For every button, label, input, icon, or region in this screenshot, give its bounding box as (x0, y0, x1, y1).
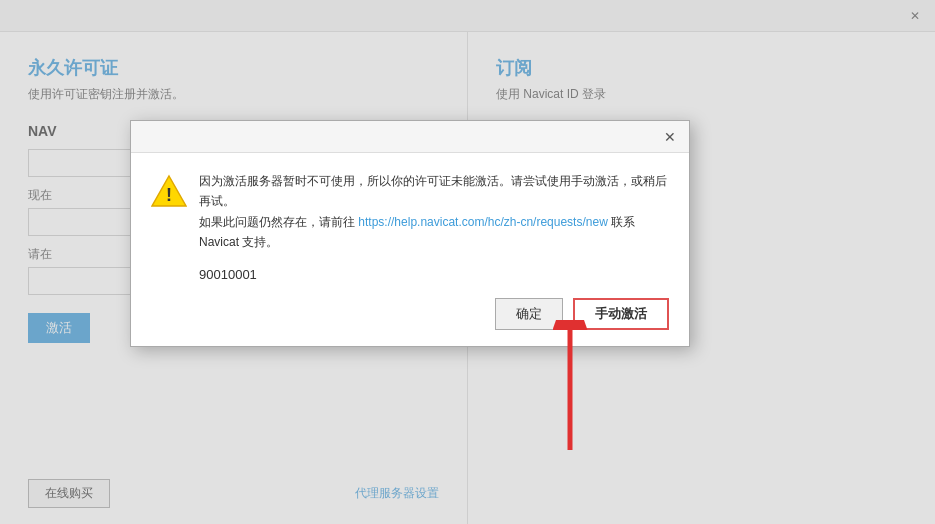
dialog-message-row: ! 因为激活服务器暂时不可使用，所以你的许可证未能激活。请尝试使用手动激活，或稍… (151, 171, 669, 253)
svg-text:!: ! (166, 185, 172, 205)
dialog-title-bar: ✕ (131, 121, 689, 153)
error-code: 90010001 (199, 267, 669, 282)
main-window: ✕ 永久许可证 使用许可证密钥注册并激活。 NAV 现在 请在 激活 在线购买 … (0, 0, 935, 524)
manual-activate-button[interactable]: 手动激活 (573, 298, 669, 330)
dialog-message-text: 因为激活服务器暂时不可使用，所以你的许可证未能激活。请尝试使用手动激活，或稍后再… (199, 171, 669, 253)
dialog-body: ! 因为激活服务器暂时不可使用，所以你的许可证未能激活。请尝试使用手动激活，或稍… (131, 153, 689, 346)
dialog-line1: 因为激活服务器暂时不可使用，所以你的许可证未能激活。请尝试使用手动激活，或稍后再… (199, 171, 669, 212)
dialog-line2: 如果此问题仍然存在，请前往 https://help.navicat.com/h… (199, 212, 669, 253)
navicat-support-link[interactable]: https://help.navicat.com/hc/zh-cn/reques… (358, 215, 607, 229)
confirm-button[interactable]: 确定 (495, 298, 563, 330)
dialog-line2-prefix: 如果此问题仍然存在，请前往 (199, 215, 358, 229)
dialog-buttons: 确定 手动激活 (151, 298, 669, 330)
dialog-close-button[interactable]: ✕ (659, 126, 681, 148)
error-dialog: ✕ ! 因为激活服务器暂时不可使用，所以你的许可证未能激活。请尝试使用手动激活，… (130, 120, 690, 347)
warning-icon: ! (151, 173, 187, 209)
